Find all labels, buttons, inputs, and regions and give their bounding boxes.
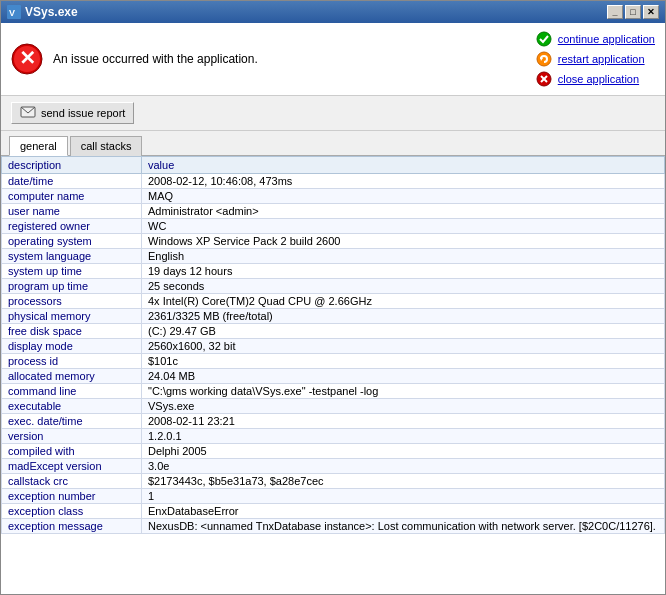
table-cell-value: 19 days 12 hours — [142, 264, 665, 279]
table-cell-value: 1 — [142, 489, 665, 504]
continue-label: continue application — [558, 33, 655, 45]
table-row: exception messageNexusDB: <unnamed TnxDa… — [2, 519, 665, 534]
restart-icon — [536, 51, 552, 67]
table-cell-description: allocated memory — [2, 369, 142, 384]
table-cell-value: 3.0e — [142, 459, 665, 474]
table-row: display mode2560x1600, 32 bit — [2, 339, 665, 354]
table-cell-description: display mode — [2, 339, 142, 354]
table-cell-value: Administrator <admin> — [142, 204, 665, 219]
table-cell-description: free disk space — [2, 324, 142, 339]
info-table: description value date/time2008-02-12, 1… — [1, 156, 665, 534]
table-row: physical memory2361/3325 MB (free/total) — [2, 309, 665, 324]
table-cell-value: 25 seconds — [142, 279, 665, 294]
envelope-icon — [20, 106, 36, 120]
table-cell-value: English — [142, 249, 665, 264]
table-cell-description: exception number — [2, 489, 142, 504]
table-cell-description: exec. date/time — [2, 414, 142, 429]
table-row: processors4x Intel(R) Core(TM)2 Quad CPU… — [2, 294, 665, 309]
tab-general[interactable]: general — [9, 136, 68, 156]
table-row: program up time25 seconds — [2, 279, 665, 294]
col-header-value: value — [142, 157, 665, 174]
table-cell-description: user name — [2, 204, 142, 219]
table-cell-value: Delphi 2005 — [142, 444, 665, 459]
table-cell-description: executable — [2, 399, 142, 414]
check-icon — [536, 31, 552, 47]
table-row: user nameAdministrator <admin> — [2, 204, 665, 219]
table-row: system languageEnglish — [2, 249, 665, 264]
table-cell-value: 1.2.0.1 — [142, 429, 665, 444]
svg-text:✕: ✕ — [19, 47, 36, 69]
table-cell-description: system language — [2, 249, 142, 264]
table-row: compiled withDelphi 2005 — [2, 444, 665, 459]
table-cell-value: (C:) 29.47 GB — [142, 324, 665, 339]
table-row: registered ownerWC — [2, 219, 665, 234]
continue-application-button[interactable]: continue application — [536, 31, 655, 47]
error-message: An issue occurred with the application. — [53, 52, 258, 66]
table-cell-description: exception class — [2, 504, 142, 519]
col-header-description: description — [2, 157, 142, 174]
error-info: ✕ An issue occurred with the application… — [11, 43, 258, 75]
close-application-button[interactable]: close application — [536, 71, 639, 87]
title-bar: V VSys.exe _ □ ✕ — [1, 1, 665, 23]
table-row: process id$101c — [2, 354, 665, 369]
table-row: executableVSys.exe — [2, 399, 665, 414]
table-cell-value: 24.04 MB — [142, 369, 665, 384]
table-cell-value: 4x Intel(R) Core(TM)2 Quad CPU @ 2.66GHz — [142, 294, 665, 309]
table-cell-description: date/time — [2, 174, 142, 189]
table-cell-description: compiled with — [2, 444, 142, 459]
minimize-button[interactable]: _ — [607, 5, 623, 19]
tab-call-stacks[interactable]: call stacks — [70, 136, 143, 156]
table-cell-description: physical memory — [2, 309, 142, 324]
table-cell-value: "C:\gms working data\VSys.exe" -testpane… — [142, 384, 665, 399]
restart-application-button[interactable]: restart application — [536, 51, 645, 67]
table-cell-description: exception message — [2, 519, 142, 534]
table-row: exception classEnxDatabaseError — [2, 504, 665, 519]
table-row: callstack crc$2173443c, $b5e31a73, $a28e… — [2, 474, 665, 489]
send-issue-report-label: send issue report — [41, 107, 125, 119]
tabs-section: general call stacks — [1, 131, 665, 156]
table-cell-description: processors — [2, 294, 142, 309]
table-cell-value: 2560x1600, 32 bit — [142, 339, 665, 354]
table-row: exception number1 — [2, 489, 665, 504]
svg-text:V: V — [9, 8, 15, 18]
table-row: allocated memory24.04 MB — [2, 369, 665, 384]
table-row: version1.2.0.1 — [2, 429, 665, 444]
table-row: system up time19 days 12 hours — [2, 264, 665, 279]
table-row: free disk space(C:) 29.47 GB — [2, 324, 665, 339]
table-cell-description: version — [2, 429, 142, 444]
table-cell-value: $101c — [142, 354, 665, 369]
table-cell-description: program up time — [2, 279, 142, 294]
svg-point-6 — [537, 52, 551, 66]
table-cell-value: 2361/3325 MB (free/total) — [142, 309, 665, 324]
table-cell-description: registered owner — [2, 219, 142, 234]
table-row: exec. date/time2008-02-11 23:21 — [2, 414, 665, 429]
table-cell-value: Windows XP Service Pack 2 build 2600 — [142, 234, 665, 249]
table-row: command line"C:\gms working data\VSys.ex… — [2, 384, 665, 399]
table-row: operating systemWindows XP Service Pack … — [2, 234, 665, 249]
close-app-icon — [536, 71, 552, 87]
top-section: ✕ An issue occurred with the application… — [1, 23, 665, 96]
main-window: V VSys.exe _ □ ✕ ✕ An issue occurred wit… — [0, 0, 666, 595]
table-row: computer nameMAQ — [2, 189, 665, 204]
table-cell-description: command line — [2, 384, 142, 399]
window-title: VSys.exe — [25, 5, 78, 19]
send-issue-report-button[interactable]: send issue report — [11, 102, 134, 124]
table-cell-description: callstack crc — [2, 474, 142, 489]
table-cell-value: NexusDB: <unnamed TnxDatabase instance>:… — [142, 519, 665, 534]
close-button[interactable]: ✕ — [643, 5, 659, 19]
content-area[interactable]: description value date/time2008-02-12, 1… — [1, 156, 665, 594]
close-app-label: close application — [558, 73, 639, 85]
table-row: madExcept version3.0e — [2, 459, 665, 474]
table-cell-description: computer name — [2, 189, 142, 204]
table-cell-value: MAQ — [142, 189, 665, 204]
table-cell-value: 2008-02-12, 10:46:08, 473ms — [142, 174, 665, 189]
title-bar-title: V VSys.exe — [7, 5, 78, 19]
error-icon: ✕ — [11, 43, 43, 75]
table-row: date/time2008-02-12, 10:46:08, 473ms — [2, 174, 665, 189]
report-section: send issue report — [1, 96, 665, 131]
action-buttons: continue application restart application — [536, 31, 655, 87]
table-cell-value: 2008-02-11 23:21 — [142, 414, 665, 429]
table-cell-value: WC — [142, 219, 665, 234]
title-bar-controls: _ □ ✕ — [607, 5, 659, 19]
maximize-button[interactable]: □ — [625, 5, 641, 19]
